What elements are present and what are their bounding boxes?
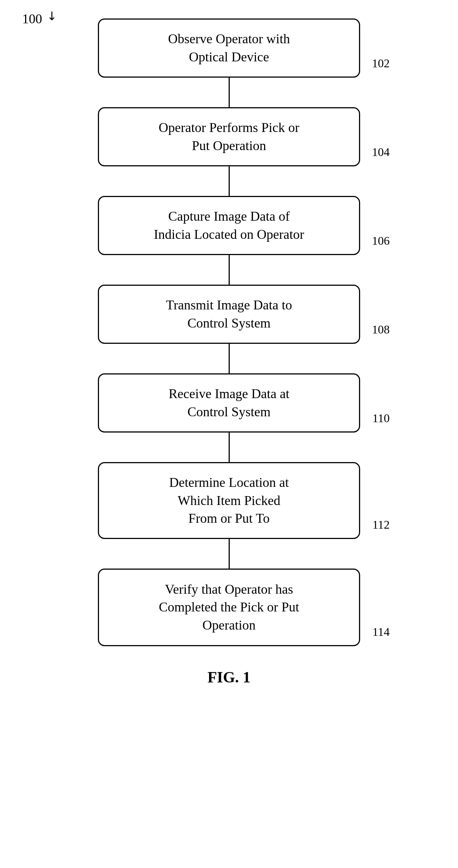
- connector-4: [229, 344, 230, 373]
- step-112-text: Determine Location atWhich Item PickedFr…: [169, 474, 289, 528]
- diagram-arrow: ↘: [44, 7, 61, 24]
- step-114-label: 114: [372, 625, 390, 639]
- step-104-text: Operator Performs Pick orPut Operation: [159, 119, 300, 155]
- diagram-number: 100 ↘: [22, 11, 55, 27]
- figure-label: FIG. 1: [208, 668, 251, 686]
- flow-wrapper: Observe Operator withOptical Device 102 …: [81, 18, 377, 646]
- connector-1: [229, 78, 230, 107]
- step-102: Observe Operator withOptical Device 102: [98, 18, 360, 78]
- step-110-label: 110: [372, 411, 390, 425]
- step-108: Transmit Image Data toControl System 108: [98, 285, 360, 344]
- step-112-box: Determine Location atWhich Item PickedFr…: [98, 462, 360, 539]
- step-104-label: 104: [372, 145, 390, 159]
- connector-3: [229, 255, 230, 285]
- step-102-label: 102: [372, 57, 390, 70]
- diagram-container: 100 ↘ Observe Operator withOptical Devic…: [0, 0, 458, 868]
- step-104-box: Operator Performs Pick orPut Operation: [98, 107, 360, 166]
- step-106-text: Capture Image Data ofIndicia Located on …: [154, 207, 304, 243]
- step-108-box: Transmit Image Data toControl System: [98, 285, 360, 344]
- connector-6: [229, 539, 230, 569]
- step-110: Receive Image Data atControl System 110: [98, 373, 360, 433]
- step-114-box: Verify that Operator hasCompleted the Pi…: [98, 569, 360, 646]
- step-102-text: Observe Operator withOptical Device: [168, 30, 290, 66]
- step-106-label: 106: [372, 234, 390, 248]
- step-102-box: Observe Operator withOptical Device: [98, 18, 360, 78]
- step-112-label: 112: [372, 518, 390, 532]
- connector-5: [229, 433, 230, 462]
- step-108-text: Transmit Image Data toControl System: [166, 296, 292, 332]
- step-106-box: Capture Image Data ofIndicia Located on …: [98, 196, 360, 255]
- step-112: Determine Location atWhich Item PickedFr…: [98, 462, 360, 539]
- step-114-text: Verify that Operator hasCompleted the Pi…: [159, 580, 299, 634]
- step-110-text: Receive Image Data atControl System: [169, 385, 290, 421]
- step-104: Operator Performs Pick orPut Operation 1…: [98, 107, 360, 166]
- connector-2: [229, 166, 230, 196]
- step-114: Verify that Operator hasCompleted the Pi…: [98, 569, 360, 646]
- step-106: Capture Image Data ofIndicia Located on …: [98, 196, 360, 255]
- step-108-label: 108: [372, 323, 390, 336]
- step-110-box: Receive Image Data atControl System: [98, 373, 360, 433]
